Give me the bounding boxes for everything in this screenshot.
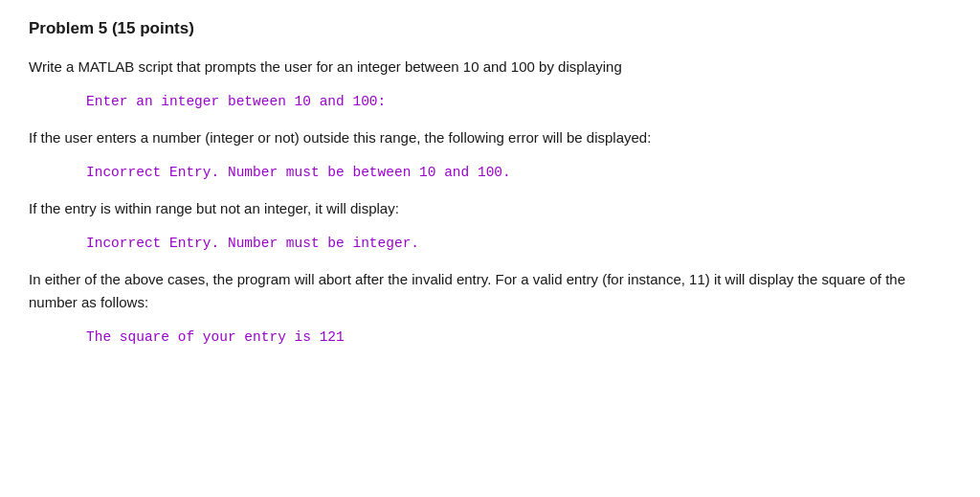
code-block-4: The square of your entry is 121 [86, 329, 951, 345]
paragraph-4: In either of the above cases, the progra… [29, 268, 951, 314]
paragraph-3: If the entry is within range but not an … [29, 197, 951, 220]
code-block-3: Incorrect Entry. Number must be integer. [86, 236, 951, 251]
paragraph-2: If the user enters a number (integer or … [29, 126, 951, 149]
problem-title: Problem 5 (15 points) [29, 19, 951, 38]
paragraph-1: Write a MATLAB script that prompts the u… [29, 56, 951, 79]
section-2: If the user enters a number (integer or … [29, 126, 951, 180]
section-4: In either of the above cases, the progra… [29, 268, 951, 345]
section-1: Write a MATLAB script that prompts the u… [29, 56, 951, 109]
section-3: If the entry is within range but not an … [29, 197, 951, 251]
code-block-1: Enter an integer between 10 and 100: [86, 94, 951, 109]
code-block-2: Incorrect Entry. Number must be between … [86, 165, 951, 180]
